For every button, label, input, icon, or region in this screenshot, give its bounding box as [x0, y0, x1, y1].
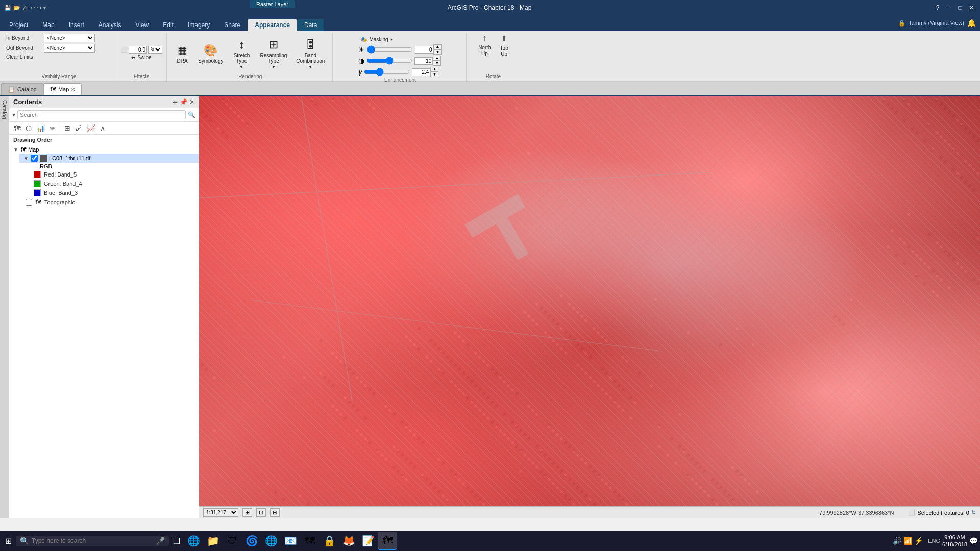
tab-view[interactable]: View — [128, 19, 156, 31]
zoom-btn-1[interactable]: ⊞ — [242, 508, 252, 517]
contrast-slider[interactable] — [366, 57, 412, 65]
map-tab-close[interactable]: ✕ — [71, 87, 75, 92]
print-icon[interactable]: 🖨 — [22, 5, 28, 11]
catalog-tab[interactable]: 📋 Catalog — [1, 83, 43, 95]
tab-analysis[interactable]: Analysis — [91, 19, 129, 31]
lc08-layer-item[interactable]: ▼ LC08_1thru11.tif — [19, 154, 199, 163]
minimize-button[interactable]: ─ — [944, 3, 953, 12]
mail-icon[interactable]: 📧 — [281, 532, 300, 550]
arcgis-taskbar-icon[interactable]: 🗺 — [378, 532, 397, 550]
refresh-button[interactable]: ↻ — [971, 509, 976, 516]
map-view[interactable]: 1:31,217 1:50,000 1:100,000 ⊞ ⊡ ⊟ 79.999… — [199, 96, 980, 518]
tab-insert[interactable]: Insert — [62, 19, 91, 31]
lt-feature-btn[interactable]: ⬡ — [24, 123, 33, 133]
search-icon[interactable]: 🔍 — [188, 111, 195, 118]
clear-limits-button[interactable]: Clear Limits — [6, 54, 33, 60]
gamma-up[interactable]: ▲ — [430, 67, 438, 72]
tab-map[interactable]: Map — [35, 19, 61, 31]
brightness-slider[interactable] — [367, 45, 413, 54]
tab-share[interactable]: Share — [217, 19, 248, 31]
gamma-down[interactable]: ▼ — [430, 72, 438, 77]
defender-icon[interactable]: 🛡 — [223, 532, 241, 550]
tab-imagery[interactable]: Imagery — [181, 19, 217, 31]
pin-button[interactable]: 📌 — [180, 98, 187, 106]
catalog-side-panel[interactable]: Catalog — [0, 96, 9, 518]
battery-icon[interactable]: ⚡ — [914, 537, 923, 545]
start-button[interactable]: ⊞ — [2, 534, 15, 548]
volume-icon[interactable]: 🔊 — [893, 537, 901, 545]
in-beyond-select[interactable]: <None> 1:500 1:1,000 — [44, 34, 95, 42]
maps-icon[interactable]: 🗺 — [301, 532, 319, 550]
tab-appearance[interactable]: Appearance — [248, 19, 297, 31]
top-up-arrow[interactable]: ⬆ — [501, 34, 507, 43]
brightness-up[interactable]: ▲ — [433, 44, 442, 49]
map-tab[interactable]: 🗺 Map ✕ — [43, 83, 82, 95]
redo-icon[interactable]: ↪ — [37, 5, 41, 11]
taskbar-search-box[interactable]: 🔍 Type here to search 🎤 — [16, 536, 169, 546]
chrome-icon[interactable]: 🌐 — [262, 532, 280, 550]
lc08-expand[interactable]: ▼ — [23, 156, 29, 161]
firefox-icon[interactable]: 🦊 — [339, 532, 358, 550]
tab-data[interactable]: Data — [297, 19, 324, 31]
ie-icon[interactable]: 🌐 — [184, 532, 203, 550]
notification-icon[interactable]: 💬 — [969, 537, 978, 545]
tab-project[interactable]: Project — [2, 19, 35, 31]
help-button[interactable]: ? — [933, 3, 942, 12]
filter-icon[interactable]: ▾ — [12, 111, 15, 118]
maximize-button[interactable]: □ — [955, 3, 965, 12]
band-combination-button[interactable]: 🎛 Band Combination ▾ — [292, 36, 328, 71]
lt-map-btn[interactable]: 🗺 — [12, 123, 22, 133]
lock-icon-2[interactable]: 🔒 — [320, 532, 338, 550]
brightness-value[interactable] — [415, 46, 433, 54]
panel-close-button[interactable]: ✕ — [189, 98, 194, 106]
word-icon[interactable]: 📝 — [359, 532, 377, 550]
lc08-checkbox[interactable] — [31, 155, 38, 162]
topographic-checkbox[interactable] — [26, 199, 32, 206]
north-up-button[interactable]: NorthUp — [476, 44, 493, 57]
lt-grid-btn[interactable]: ⊞ — [63, 123, 72, 133]
gamma-slider[interactable] — [364, 68, 410, 76]
pct-unit-select[interactable]: % — [148, 46, 162, 54]
undo-icon[interactable]: ↩ — [30, 5, 35, 11]
contrast-value[interactable] — [414, 57, 433, 65]
task-view-button[interactable]: ❑ — [170, 534, 183, 548]
map-group-item[interactable]: ▼ 🗺 Map — [9, 145, 199, 154]
stretch-type-button[interactable]: ↕ Stretch Type ▾ — [229, 36, 254, 71]
swipe-button[interactable]: ⬌ Swipe — [129, 54, 154, 61]
lt-collapse-btn[interactable]: ∧ — [99, 123, 107, 133]
topographic-layer-item[interactable]: 🗺 Topographic — [9, 197, 199, 207]
contrast-up[interactable]: ▲ — [433, 56, 441, 61]
close-button[interactable]: ✕ — [967, 3, 976, 12]
language-label[interactable]: ENG — [928, 538, 940, 544]
masking-button[interactable]: 🎭 Masking ▾ — [358, 36, 395, 43]
lt-raster-btn[interactable]: 📊 — [35, 123, 46, 133]
map-group-expand[interactable]: ▼ — [13, 147, 18, 153]
explorer-icon[interactable]: 📁 — [204, 532, 222, 550]
resampling-type-button[interactable]: ⊞ Resampling Type ▾ — [256, 36, 290, 71]
lt-draw-btn[interactable]: 🖊 — [74, 123, 84, 133]
dra-button[interactable]: ▦ DRA — [172, 41, 192, 66]
contrast-down[interactable]: ▼ — [433, 61, 441, 66]
user-name[interactable]: Tammy (Virginia View) — [909, 20, 964, 26]
mic-icon[interactable]: 🎤 — [156, 537, 165, 545]
zoom-btn-3[interactable]: ⊟ — [270, 508, 280, 517]
app-3-icon[interactable]: 🌀 — [242, 532, 261, 550]
zoom-btn-2[interactable]: ⊡ — [256, 508, 266, 517]
top-up-button[interactable]: TopUp — [498, 44, 511, 58]
contents-search-input[interactable] — [17, 110, 186, 119]
gamma-value[interactable] — [412, 68, 430, 76]
taskbar-clock[interactable]: 9:06 AM 6/18/2018 — [942, 534, 967, 548]
tab-edit[interactable]: Edit — [156, 19, 181, 31]
transparency-input[interactable] — [129, 46, 147, 54]
open-icon[interactable]: 📂 — [13, 5, 20, 11]
auto-hide-button[interactable]: ⬅ — [173, 98, 178, 106]
scale-select[interactable]: 1:31,217 1:50,000 1:100,000 — [203, 508, 238, 517]
save-icon[interactable]: 💾 — [4, 5, 11, 11]
north-up-arrow[interactable]: ↑ — [482, 34, 486, 43]
notification-bell[interactable]: 🔔 — [967, 19, 976, 27]
symbology-button[interactable]: 🎨 Symbology — [194, 42, 227, 66]
out-beyond-select[interactable]: <None> 1:500 — [44, 44, 95, 53]
brightness-down[interactable]: ▼ — [433, 49, 442, 55]
lt-chart-btn[interactable]: 📈 — [85, 123, 97, 133]
lt-edit-btn[interactable]: ✏ — [48, 123, 57, 133]
